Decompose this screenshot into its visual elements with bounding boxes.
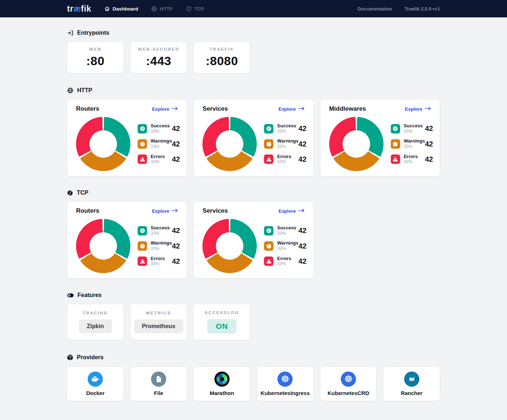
legend-row-success: Success33% 42: [391, 123, 435, 134]
card-title: Routers: [76, 105, 99, 113]
arrow-right-icon: [298, 106, 305, 112]
nav-item-dashboard[interactable]: Dashboard: [104, 6, 138, 12]
tcp-grid: Routers Explore Success33% 42 Warnings33…: [67, 201, 440, 279]
marathon-icon: [214, 372, 230, 387]
top-navbar: træfik Dashboard HTTP TCP: [0, 0, 507, 17]
card-title: Middlewares: [329, 105, 366, 113]
warning-icon: [138, 139, 147, 149]
tcp-services-card: Services Explore Success33% 42 Warnings3…: [193, 201, 313, 279]
legend-label: Success: [151, 123, 170, 129]
explore-link[interactable]: Explore: [278, 208, 305, 214]
success-icon: [138, 124, 147, 133]
arrow-right-icon: [172, 106, 178, 112]
feature-name: TRACING: [83, 311, 108, 315]
explore-link[interactable]: Explore: [278, 106, 305, 112]
nav-item-label: TCP: [194, 6, 204, 12]
provider-name: Rancher: [401, 390, 423, 396]
dashboard-content: Entrypoints WEB :80 WEB-SECURED :443 TRA…: [67, 30, 440, 415]
legend-value: 42: [298, 257, 308, 266]
provider-name: Marathon: [210, 390, 234, 396]
card-title: Services: [202, 207, 228, 215]
http-routers-card: Routers Explore Success33% 42 Warnings33…: [67, 99, 187, 177]
legend-percent: 33%: [151, 246, 172, 252]
success-icon: [264, 124, 273, 133]
rancher-icon: [404, 372, 419, 387]
arrow-right-icon: [298, 208, 305, 214]
legend-label: Warnings: [277, 240, 298, 246]
section-title: Features: [77, 292, 102, 298]
documentation-link[interactable]: Documentation: [358, 6, 392, 12]
legend-value: 42: [298, 140, 308, 148]
version-label: Traefik 2.0.0-rc1: [405, 6, 440, 12]
kubernetes-icon: ☸: [341, 372, 356, 387]
logo-part: tr: [67, 4, 74, 13]
file-icon: [151, 372, 166, 387]
entrypoints-grid: WEB :80 WEB-SECURED :443 TRAEFIK :8080: [67, 42, 440, 73]
explore-link[interactable]: Explore: [405, 106, 431, 112]
legend-label: Success: [151, 225, 170, 231]
error-icon: [138, 154, 147, 164]
feature-card-metrics: METRICS Prometheus: [130, 304, 187, 340]
provider-card-docker: Docker: [67, 366, 124, 401]
provider-card-kubernetescrd: ☸ KubernetesCRD: [320, 366, 377, 401]
donut-chart: [202, 219, 257, 273]
legend-value: 42: [172, 124, 181, 133]
docker-icon: [88, 372, 103, 387]
legend-value: 42: [298, 155, 308, 164]
traefik-logo[interactable]: træfik: [67, 4, 91, 14]
explore-link[interactable]: Explore: [152, 208, 178, 214]
nav-item-http[interactable]: HTTP: [151, 6, 172, 12]
error-icon: [391, 154, 400, 164]
legend-percent: 33%: [151, 159, 165, 165]
legend-row-warnings: Warnings33% 42: [391, 138, 435, 149]
entrypoint-card-traefik: TRAEFIK :8080: [193, 42, 250, 73]
explore-label: Explore: [152, 106, 169, 112]
nav-item-tcp[interactable]: TCP: [186, 6, 204, 12]
entrypoint-card-web-secured: WEB-SECURED :443: [130, 42, 187, 73]
legend-percent: 33%: [404, 144, 425, 150]
legend-label: Success: [277, 225, 296, 231]
feature-value-chip: Prometheus: [134, 319, 183, 333]
chart-legend: Success33% 42 Warnings33% 42 Errors33% 4…: [391, 123, 435, 165]
tcp-section-header: TCP: [67, 190, 440, 196]
legend-percent: 33%: [404, 129, 423, 135]
legend-percent: 33%: [277, 231, 296, 237]
provider-name: KubernetesCRD: [327, 390, 369, 396]
card-title: Services: [202, 105, 228, 113]
legend-value: 42: [172, 155, 181, 164]
explore-link[interactable]: Explore: [152, 106, 178, 112]
feature-name: METRICS: [146, 311, 171, 315]
warning-icon: [138, 241, 147, 251]
tcp-icon: [67, 190, 73, 196]
section-title: TCP: [77, 190, 88, 196]
feature-card-accesslog: ACCESSLOG ON: [193, 304, 250, 340]
chart-legend: Success33% 42 Warnings33% 42 Errors33% 4…: [264, 123, 308, 165]
chart-legend: Success33% 42 Warnings33% 42 Errors33% 4…: [138, 123, 181, 165]
navbar-right: Documentation Traefik 2.0.0-rc1: [358, 6, 440, 12]
error-icon: [264, 256, 273, 266]
error-icon: [264, 154, 273, 164]
explore-label: Explore: [152, 208, 169, 214]
legend-label: Warnings: [404, 138, 425, 144]
provider-card-rancher: Rancher: [383, 366, 440, 401]
login-arrow-icon: [67, 30, 74, 36]
feature-on-badge: ON: [207, 319, 237, 334]
http-section-header: HTTP: [67, 87, 440, 94]
donut-chart: [76, 117, 130, 171]
feature-value-chip: Zipkin: [79, 319, 112, 333]
legend-percent: 33%: [404, 159, 418, 165]
feature-card-tracing: TRACING Zipkin: [67, 304, 124, 340]
donut-chart: [329, 117, 384, 171]
legend-percent: 33%: [277, 246, 298, 252]
legend-row-warnings: Warnings33% 42: [264, 138, 308, 149]
legend-value: 42: [425, 140, 434, 148]
legend-row-errors: Errors33% 42: [138, 256, 181, 267]
legend-label: Errors: [404, 154, 418, 160]
http-services-card: Services Explore Success33% 42 Warnings3…: [193, 99, 313, 177]
legend-label: Errors: [277, 154, 291, 160]
providers-grid: Docker File Marathon ☸ KubernetesIngress…: [67, 366, 440, 401]
globe-icon: [151, 6, 157, 12]
success-icon: [264, 226, 273, 236]
legend-value: 42: [425, 124, 434, 133]
legend-value: 42: [425, 155, 434, 164]
